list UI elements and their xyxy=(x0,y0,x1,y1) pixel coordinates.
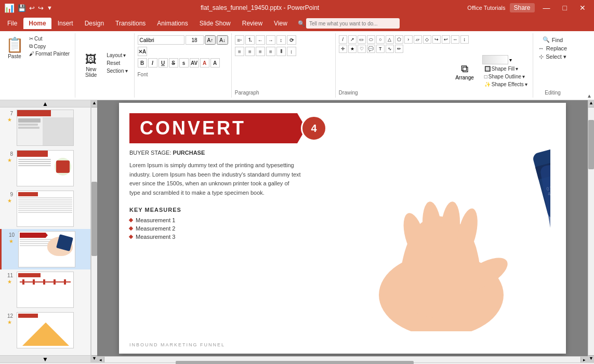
shape-curve[interactable]: ∿ xyxy=(386,45,394,53)
shape-chevron[interactable]: › xyxy=(404,35,413,44)
decrease-indent-button[interactable]: ← xyxy=(256,35,265,45)
bullets-button[interactable]: ≡· xyxy=(235,35,244,45)
menu-review[interactable]: Review xyxy=(237,18,268,29)
layout-button[interactable]: Layout ▾ xyxy=(104,52,129,59)
convert-smartart-button[interactable]: ⟳ xyxy=(287,35,296,45)
close-button[interactable]: ✕ xyxy=(575,3,590,13)
increase-font-button[interactable]: A↑ xyxy=(205,35,216,45)
h-scrollbar[interactable]: ◂ ▸ xyxy=(97,356,588,362)
highlight-button[interactable]: A xyxy=(210,58,220,68)
shape-parallelogram[interactable]: ▱ xyxy=(414,35,422,44)
char-spacing-button[interactable]: AV xyxy=(190,58,199,68)
shape-effects-button[interactable]: ✨ Shape Effects ▾ xyxy=(482,81,530,88)
slide-thumbnail-8[interactable]: 8 ★ xyxy=(0,148,90,188)
format-painter-button[interactable]: 🖌Format Painter xyxy=(27,50,72,57)
select-button[interactable]: ⊹ Select ▾ xyxy=(537,52,569,61)
shape-pentagon[interactable]: ⬠ xyxy=(395,35,403,44)
arrange-button[interactable]: ⧉ Arrange xyxy=(451,61,478,83)
undo-icon[interactable]: ↩ xyxy=(29,4,35,12)
shape-star[interactable]: ★ xyxy=(348,45,357,53)
reset-button[interactable]: Reset xyxy=(104,60,129,66)
menu-transitions[interactable]: Transitions xyxy=(110,18,151,29)
vscroll-up[interactable]: ▲ xyxy=(91,100,97,107)
slide-thumbnail-10[interactable]: 10 ★ xyxy=(0,229,90,269)
shape-bent-arrow[interactable]: ↪ xyxy=(432,35,441,44)
strikethrough-button[interactable]: S xyxy=(169,58,178,68)
collapse-ribbon-button[interactable]: ▲ xyxy=(585,92,594,100)
slide-thumbnail-12[interactable]: 12 ★ xyxy=(0,310,90,350)
menu-home[interactable]: Home xyxy=(23,18,51,29)
shape-left-right[interactable]: ↔ xyxy=(451,35,459,44)
shape-outline-button[interactable]: □ Shape Outline ▾ xyxy=(482,73,530,80)
save-icon[interactable]: 💾 xyxy=(18,4,26,12)
new-slide-button[interactable]: 🖼 New Slide xyxy=(80,52,102,79)
menu-animations[interactable]: Animations xyxy=(152,18,193,29)
shape-line[interactable]: / xyxy=(339,35,347,44)
shape-up-down[interactable]: ↕ xyxy=(460,35,469,44)
slide-thumbnail-9[interactable]: 9 ★ xyxy=(0,188,90,229)
vscroll-down[interactable]: ▼ xyxy=(91,355,97,362)
slide-thumbnail-11[interactable]: 11 ★ xyxy=(0,269,90,310)
section-button[interactable]: Section ▾ xyxy=(104,68,129,74)
clear-format-button[interactable]: ✕A xyxy=(138,47,147,56)
align-left-button[interactable]: ≡ xyxy=(235,47,244,56)
line-spacing-button[interactable]: ↕ xyxy=(287,47,296,56)
shape-diamond[interactable]: ◇ xyxy=(423,35,431,44)
scroll-up-arrow[interactable]: ▲ xyxy=(0,100,90,107)
shape-arrow[interactable]: ↗ xyxy=(348,35,357,44)
shape-rounded-rect[interactable]: ⬭ xyxy=(367,35,375,44)
justify-button[interactable]: ≡ xyxy=(266,47,275,56)
shape-fill-button[interactable]: 🔲 Shape Fill ▾ xyxy=(482,65,530,72)
scroll-down-arrow[interactable]: ▼ xyxy=(0,355,90,362)
bold-button[interactable]: B xyxy=(138,58,147,68)
find-button[interactable]: 🔍 Find xyxy=(540,35,565,44)
font-size-input[interactable] xyxy=(186,35,204,45)
font-name-input[interactable] xyxy=(138,35,184,45)
columns-button[interactable]: ⫴ xyxy=(276,47,286,56)
shape-triangle[interactable]: △ xyxy=(386,35,394,44)
share-button[interactable]: Share xyxy=(510,3,535,12)
shape-u-turn[interactable]: ↩ xyxy=(442,35,450,44)
menu-file[interactable]: File xyxy=(2,18,22,29)
right-vscroll-down[interactable]: ▼ xyxy=(588,355,594,362)
font-color-button[interactable]: A xyxy=(200,58,209,68)
right-vscroll-up[interactable]: ▲ xyxy=(588,100,594,107)
customize-icon[interactable]: ▼ xyxy=(47,5,52,11)
shape-rect[interactable]: ▭ xyxy=(358,35,366,44)
slide-panel-scrollbar[interactable]: ▲ ▼ xyxy=(91,100,97,362)
search-input[interactable] xyxy=(306,18,400,29)
shape-quad-arrow[interactable]: ✛ xyxy=(339,45,347,53)
replace-button[interactable]: ↔ Replace xyxy=(536,44,569,52)
slide-thumbnail-7[interactable]: 7 ★ xyxy=(0,107,90,148)
align-center-button[interactable]: ≡ xyxy=(245,47,255,56)
hscroll-left[interactable]: ◂ xyxy=(97,357,104,362)
minimize-button[interactable]: — xyxy=(539,3,555,13)
decrease-font-button[interactable]: A↓ xyxy=(217,35,228,45)
text-direction-button[interactable]: ↕ xyxy=(276,35,286,45)
menu-view[interactable]: View xyxy=(269,18,293,29)
office-tutorials-link[interactable]: Office Tutorials xyxy=(467,5,505,11)
maximize-button[interactable]: □ xyxy=(559,3,571,13)
shape-circle[interactable]: ○ xyxy=(376,35,385,44)
menu-slideshow[interactable]: Slide Show xyxy=(194,18,236,29)
shape-heart[interactable]: ♡ xyxy=(358,45,366,53)
cut-button[interactable]: ✂Cut xyxy=(27,35,72,42)
align-right-button[interactable]: ≡ xyxy=(256,47,265,56)
paste-button[interactable]: 📋 Paste xyxy=(3,35,26,96)
shape-text-box[interactable]: T xyxy=(376,45,385,53)
copy-button[interactable]: ⧉Copy xyxy=(27,43,72,50)
slide-canvas[interactable]: CONVERT 4 BUYER STAGE: PURCHASE Lorem Ip… xyxy=(119,103,566,354)
shape-freeform[interactable]: ✏ xyxy=(395,45,403,53)
menu-design[interactable]: Design xyxy=(80,18,109,29)
quick-styles-dropdown[interactable]: ▾ xyxy=(509,57,512,63)
italic-button[interactable]: I xyxy=(148,58,157,68)
redo-icon[interactable]: ↪ xyxy=(38,4,44,12)
numbering-button[interactable]: ⒈ xyxy=(245,35,255,45)
increase-indent-button[interactable]: → xyxy=(266,35,275,45)
shadow-button[interactable]: s xyxy=(179,58,189,68)
right-scrollbar[interactable]: ▲ ▼ xyxy=(588,100,594,362)
shape-callout[interactable]: 💬 xyxy=(367,45,375,53)
underline-button[interactable]: U xyxy=(159,58,168,68)
menu-insert[interactable]: Insert xyxy=(52,18,78,29)
hscroll-right[interactable]: ▸ xyxy=(580,357,588,362)
